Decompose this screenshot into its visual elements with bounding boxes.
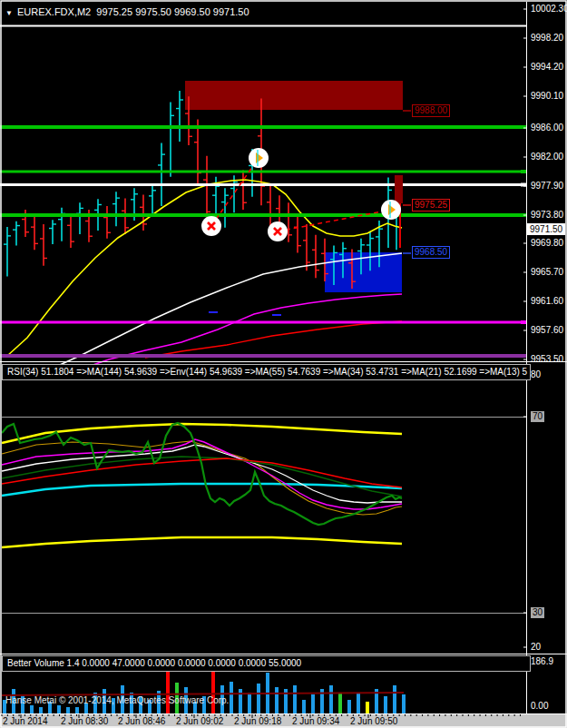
volume-bar <box>302 700 306 713</box>
indicator-axis-label: 0.00 <box>531 701 548 712</box>
volume-bar <box>357 693 360 713</box>
symbol-period-label: EUREX.FDX,M2 <box>17 6 91 17</box>
volume-bar <box>366 702 369 713</box>
time-axis-label: 2 Jun 08:46 <box>118 716 165 726</box>
volume-bar <box>57 705 61 713</box>
price-axis-label: 9961.60 <box>531 296 563 307</box>
price-axis-label: 9986.00 <box>531 123 563 133</box>
volume-indicator-values: Better Volume 1.4 0.0000 47.0000 0.0000 … <box>7 658 301 668</box>
volume-bar <box>402 694 406 713</box>
resistance-zone-rect <box>185 81 403 110</box>
indicator-axis-label: 30 <box>531 607 544 618</box>
volume-bar <box>166 665 170 713</box>
price-axis-label: 9953.50 <box>531 354 563 365</box>
time-axis-label: 2 Jun 09:18 <box>234 716 281 726</box>
price-level-label[interactable]: 9968.50 <box>412 246 450 259</box>
time-axis-label: 2 Jun 09:50 <box>350 716 397 726</box>
time-axis-label: 2 Jun 08:30 <box>61 716 108 726</box>
volume-bar <box>66 707 70 713</box>
axis-level-tick <box>521 170 526 173</box>
price-level-label[interactable]: 9988.00 <box>412 104 450 117</box>
volume-bar <box>257 684 260 713</box>
price-axis-label: 9998.20 <box>531 33 563 44</box>
indicator-axis-label: 186.9 <box>531 656 553 667</box>
mt4-chart-window: ▼EUREX.FDX,M2 9975.25 9975.50 9969.50 99… <box>0 0 567 728</box>
price-axis-label: 10002.30 <box>531 4 567 15</box>
volume-bar <box>311 694 315 713</box>
volume-bar <box>338 693 342 713</box>
quick-nav-icon[interactable]: ▼ <box>5 9 13 17</box>
indicator-axis-label: 20 <box>531 642 541 653</box>
volume-bar <box>239 689 242 713</box>
volume-bar <box>75 707 79 713</box>
volume-bar <box>30 705 34 713</box>
volume-bar <box>39 707 43 713</box>
volume-bar <box>230 682 233 713</box>
price-axis-label: 9969.80 <box>531 238 563 249</box>
time-axis-label: 2 Jun 09:34 <box>292 716 339 726</box>
volume-bar <box>248 693 251 713</box>
price-axis-label: 9957.60 <box>531 325 563 336</box>
chart-title: ▼EUREX.FDX,M2 9975.25 9975.50 9969.50 99… <box>5 6 249 17</box>
indicator-axis-label: 70 <box>531 411 544 422</box>
rsi-indicator-label-bar: RSI(34) 51.1804 =>MA(144) 54.9639 =>Env(… <box>2 364 531 380</box>
volume-bar <box>275 687 279 713</box>
axis-level-tick <box>521 320 526 324</box>
price-axis-label: 9994.20 <box>531 62 563 73</box>
current-price-tag: 9971.50 <box>527 223 565 235</box>
volume-bar <box>347 700 351 713</box>
volume-bar <box>211 665 215 713</box>
time-axis-label: 2 Jun 09:02 <box>176 716 223 726</box>
volume-bar <box>393 685 396 713</box>
price-axis-label: 9977.90 <box>531 181 563 192</box>
volume-bar <box>329 685 333 713</box>
time-axis-label: 2 Jun 2014 <box>3 716 48 726</box>
volume-indicator-label-bar: Better Volume 1.4 0.0000 47.0000 0.0000 … <box>2 655 531 672</box>
price-axis-label: 9973.80 <box>531 210 563 221</box>
current-bar-body <box>395 175 403 203</box>
price-axis-label: 9965.70 <box>531 267 563 278</box>
axis-level-tick <box>521 354 526 358</box>
volume-bar <box>384 696 387 713</box>
ohlc-readout: 9975.25 9975.50 9969.50 9971.50 <box>96 6 249 17</box>
indicator-axis-label: 80 <box>531 369 541 380</box>
volume-bar <box>293 685 297 713</box>
price-axis-label: 9990.10 <box>531 91 563 102</box>
price-level-label[interactable]: 9975.25 <box>412 199 450 212</box>
platform-watermark: Hanse Metai © 2001-2014, MetaQuotes Soft… <box>5 695 229 705</box>
price-axis-label: 9982.00 <box>531 152 563 162</box>
rsi-indicator-values: RSI(34) 51.1804 =>MA(144) 54.9639 =>Env(… <box>7 367 527 377</box>
